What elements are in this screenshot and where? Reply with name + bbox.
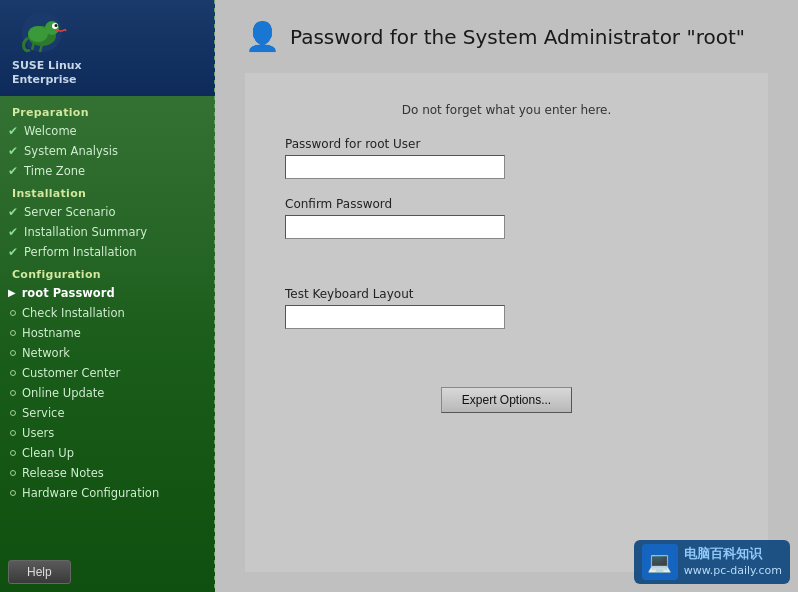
sidebar-item-clean-up[interactable]: Clean Up (0, 443, 215, 463)
keyboard-layout-group: Test Keyboard Layout (285, 287, 728, 329)
sidebar-item-root-password[interactable]: ▶ root Password (0, 283, 215, 303)
check-icon: ✔ (8, 205, 18, 219)
check-icon: ✔ (8, 225, 18, 239)
main-layout: SUSE Linux Enterprise Preparation ✔ Welc… (0, 0, 798, 592)
dot-icon (10, 470, 16, 476)
dot-icon (10, 410, 16, 416)
svg-point-2 (28, 26, 48, 42)
password-label: Password for root User (285, 137, 728, 151)
confirm-password-label: Confirm Password (285, 197, 728, 211)
sidebar: SUSE Linux Enterprise Preparation ✔ Welc… (0, 0, 215, 592)
sidebar-item-customer-center[interactable]: Customer Center (0, 363, 215, 383)
check-icon: ✔ (8, 144, 18, 158)
sidebar-item-release-notes[interactable]: Release Notes (0, 463, 215, 483)
sidebar-logo: SUSE Linux Enterprise (0, 0, 215, 96)
content-area: 👤 Password for the System Administrator … (215, 0, 798, 592)
keyboard-layout-label: Test Keyboard Layout (285, 287, 728, 301)
sidebar-item-perform-installation[interactable]: ✔ Perform Installation (0, 242, 215, 262)
keyboard-layout-input[interactable] (285, 305, 505, 329)
logo-text: SUSE Linux Enterprise (12, 59, 82, 88)
sidebar-item-server-scenario[interactable]: ✔ Server Scenario (0, 202, 215, 222)
confirm-password-input[interactable] (285, 215, 505, 239)
section-label-preparation: Preparation (0, 100, 215, 121)
sidebar-item-time-zone[interactable]: ✔ Time Zone (0, 161, 215, 181)
dot-icon (10, 490, 16, 496)
sidebar-item-service[interactable]: Service (0, 403, 215, 423)
sidebar-item-network[interactable]: Network (0, 343, 215, 363)
form-area: Do not forget what you enter here. Passw… (245, 73, 768, 572)
button-row: Expert Options... (285, 387, 728, 413)
admin-icon: 👤 (245, 20, 280, 53)
help-button[interactable]: Help (8, 560, 71, 584)
dot-icon (10, 390, 16, 396)
watermark-icon: 💻 (642, 544, 678, 580)
svg-point-5 (55, 24, 58, 27)
dot-icon (10, 310, 16, 316)
dot-icon (10, 370, 16, 376)
sidebar-item-check-installation[interactable]: Check Installation (0, 303, 215, 323)
arrow-icon: ▶ (8, 287, 16, 298)
page-header: 👤 Password for the System Administrator … (245, 20, 768, 53)
password-group: Password for root User (285, 137, 728, 179)
password-input[interactable] (285, 155, 505, 179)
check-icon: ✔ (8, 164, 18, 178)
section-label-installation: Installation (0, 181, 215, 202)
sidebar-item-welcome[interactable]: ✔ Welcome (0, 121, 215, 141)
suse-logo-icon (12, 10, 72, 55)
expert-options-button[interactable]: Expert Options... (441, 387, 572, 413)
dot-icon (10, 350, 16, 356)
reminder-text: Do not forget what you enter here. (285, 103, 728, 117)
confirm-password-group: Confirm Password (285, 197, 728, 239)
watermark-text: 电脑百科知识 www.pc-daily.com (684, 545, 782, 579)
sidebar-item-system-analysis[interactable]: ✔ System Analysis (0, 141, 215, 161)
dot-icon (10, 430, 16, 436)
dot-icon (10, 450, 16, 456)
check-icon: ✔ (8, 124, 18, 138)
check-icon: ✔ (8, 245, 18, 259)
sidebar-navigation: Preparation ✔ Welcome ✔ System Analysis … (0, 96, 215, 552)
sidebar-bottom: Help (0, 552, 215, 592)
sidebar-item-hardware-configuration[interactable]: Hardware Configuration (0, 483, 215, 503)
page-title: Password for the System Administrator "r… (290, 25, 745, 49)
dot-icon (10, 330, 16, 336)
sidebar-item-installation-summary[interactable]: ✔ Installation Summary (0, 222, 215, 242)
section-label-configuration: Configuration (0, 262, 215, 283)
sidebar-item-online-update[interactable]: Online Update (0, 383, 215, 403)
sidebar-item-users[interactable]: Users (0, 423, 215, 443)
watermark: 💻 电脑百科知识 www.pc-daily.com (634, 540, 790, 584)
sidebar-item-hostname[interactable]: Hostname (0, 323, 215, 343)
